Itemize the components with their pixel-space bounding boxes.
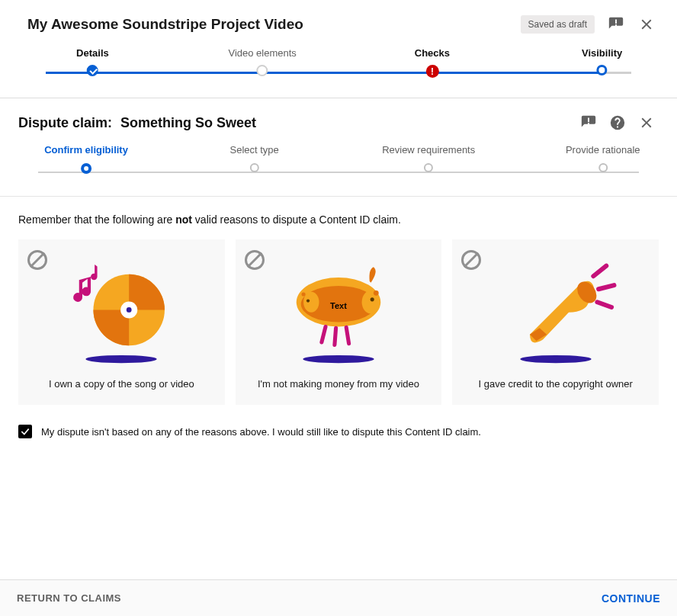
- invalid-reason-cards: I own a copy of the song or video Text I…: [18, 239, 659, 405]
- close-icon[interactable]: [637, 114, 656, 132]
- upload-stepper: DetailsVideo elementsChecks!Visibility: [46, 47, 631, 85]
- disc-music-illustration: [56, 255, 186, 369]
- acknowledge-checkbox[interactable]: [18, 425, 32, 438]
- dispute-step-dot: [81, 163, 91, 174]
- svg-point-11: [371, 297, 374, 301]
- dispute-title-prefix: Dispute claim:: [18, 115, 112, 130]
- reminder-post: valid reasons to dispute a Content ID cl…: [192, 213, 401, 226]
- svg-line-19: [593, 266, 606, 277]
- invalid-reason-card: I own a copy of the song or video: [18, 239, 225, 405]
- dispute-step-confirm-eligibility[interactable]: Confirm eligibility: [44, 144, 128, 174]
- stepper-track-active: [46, 72, 602, 74]
- card-caption: I own a copy of the song or video: [49, 378, 194, 390]
- prohibit-icon: [27, 250, 47, 270]
- svg-line-20: [598, 285, 614, 289]
- feedback-icon[interactable]: [607, 15, 625, 34]
- svg-text:Text: Text: [330, 301, 347, 310]
- upload-step-video-elements[interactable]: Video elements: [228, 47, 296, 76]
- step-label: Details: [76, 47, 109, 59]
- upload-step-details[interactable]: Details: [76, 47, 109, 76]
- return-to-claims-button[interactable]: RETURN TO CLAIMS: [17, 592, 121, 604]
- reminder-pre: Remember that the following are: [18, 213, 175, 226]
- dispute-stepper: Confirm eligibilitySelect typeReview req…: [38, 144, 639, 185]
- step-dot: [257, 65, 268, 76]
- dispute-step-dot: [250, 163, 259, 172]
- reminder-text: Remember that the following are not vali…: [18, 213, 659, 226]
- project-title: My Awesome Soundstripe Project Video: [27, 16, 303, 33]
- dispute-title-song: Something So Sweet: [120, 115, 256, 130]
- acknowledge-row: My dispute isn't based on any of the rea…: [18, 425, 659, 438]
- feedback-icon[interactable]: [579, 114, 598, 132]
- saved-draft-badge: Saved as draft: [521, 15, 595, 34]
- piggy-bank-illustration: Text: [274, 255, 403, 369]
- card-caption: I gave credit to the copyright owner: [479, 378, 633, 390]
- reminder-bold: not: [175, 213, 192, 226]
- dispute-step-label: Provide rationale: [566, 144, 640, 156]
- close-icon[interactable]: [637, 15, 656, 34]
- upload-step-visibility[interactable]: Visibility: [582, 47, 622, 75]
- step-label: Visibility: [582, 47, 622, 59]
- svg-point-3: [127, 307, 132, 313]
- svg-line-14: [335, 328, 336, 345]
- header-actions: Saved as draft: [521, 15, 656, 34]
- invalid-reason-card: I gave credit to the copyright owner: [452, 239, 659, 405]
- svg-line-13: [322, 327, 326, 342]
- dispute-content: Remember that the following are not vali…: [0, 197, 677, 438]
- step-dot: [87, 65, 98, 76]
- dispute-step-review-requirements[interactable]: Review requirements: [382, 144, 475, 172]
- dispute-step-label: Review requirements: [382, 144, 475, 156]
- svg-point-17: [520, 355, 592, 363]
- prohibit-icon: [461, 250, 481, 270]
- svg-line-21: [597, 302, 611, 307]
- dispute-step-provide-rationale[interactable]: Provide rationale: [566, 144, 640, 172]
- step-label: Checks: [415, 47, 450, 59]
- dispute-step-dot: [598, 163, 608, 172]
- card-caption: I'm not making money from my video: [258, 378, 419, 390]
- dispute-panel: Dispute claim: Something So Sweet Confir…: [0, 98, 677, 438]
- dispute-header: Dispute claim: Something So Sweet: [0, 111, 677, 132]
- dispute-stepper-track: [38, 172, 639, 173]
- step-dot: [597, 65, 608, 75]
- upload-step-checks[interactable]: Checks!: [415, 47, 450, 78]
- svg-line-15: [346, 327, 348, 343]
- dispute-step-select-type[interactable]: Select type: [230, 144, 279, 172]
- help-icon[interactable]: [608, 114, 627, 132]
- svg-point-12: [374, 290, 379, 296]
- svg-point-4: [303, 355, 374, 363]
- footer-bar: RETURN TO CLAIMS CONTINUE: [0, 579, 677, 616]
- svg-point-9: [302, 293, 306, 297]
- svg-point-0: [86, 355, 158, 363]
- megaphone-illustration: [491, 255, 621, 369]
- svg-point-7: [303, 292, 319, 313]
- dispute-step-label: Select type: [230, 144, 279, 156]
- continue-button[interactable]: CONTINUE: [602, 592, 660, 605]
- step-label: Video elements: [228, 47, 296, 59]
- dispute-step-label: Confirm eligibility: [44, 144, 128, 156]
- step-dot: !: [425, 65, 438, 78]
- invalid-reason-card: Text I'm not making money from my video: [236, 239, 442, 405]
- svg-point-8: [306, 299, 310, 302]
- prohibit-icon: [245, 250, 265, 270]
- acknowledge-label: My dispute isn't based on any of the rea…: [41, 426, 481, 438]
- dispute-step-dot: [424, 163, 433, 172]
- dispute-title: Dispute claim: Something So Sweet: [18, 115, 256, 131]
- upload-header: My Awesome Soundstripe Project Video Sav…: [0, 0, 677, 43]
- dispute-header-icons: [579, 114, 656, 132]
